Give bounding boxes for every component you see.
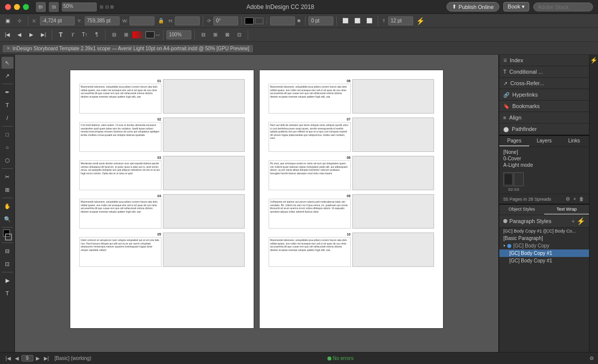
object-styles-tab[interactable]: Object Styles [499, 205, 544, 215]
pages-add-btn[interactable]: + [572, 195, 577, 203]
style-btn2[interactable]: ⊞ [121, 30, 132, 40]
spread-s2s3[interactable]: S2-S3 [503, 172, 524, 192]
toolbar2: |◀ ◀ ▶ ▶| T 𝑇 T↑ ¶ ⊟ ⊞ — ⊟ ⊞ ⊠ ⊡ [0, 28, 598, 42]
right-page-num: 9 [350, 331, 353, 336]
para-styles-new-btn[interactable]: + [572, 217, 575, 225]
minimize-button[interactable] [14, 4, 20, 10]
view-btn4[interactable]: ⊡ [234, 30, 245, 40]
hyperlinks-panel-header[interactable]: 🔗 Hyperlinks [499, 89, 589, 101]
adobe-stock-search[interactable] [533, 2, 593, 11]
page-section-4: 04 Maximende laborsere, solupidebis ipsa… [79, 194, 245, 229]
stroke-color[interactable] [255, 17, 264, 24]
style-item-basic[interactable]: [Basic Paragraph] [499, 235, 589, 242]
conditional-panel-header[interactable]: T Conditional ... [499, 66, 589, 78]
page-section-10: 10 Maximende laborsere, solupidebis ipsa… [269, 233, 434, 267]
text-bold-btn[interactable]: T [55, 30, 66, 40]
angle-input[interactable] [213, 16, 238, 25]
layers-tab[interactable]: Layers [529, 136, 559, 146]
lock-aspect-btn[interactable]: 🔒 [155, 16, 166, 26]
page-none[interactable]: [None] [503, 149, 585, 155]
rect-tool[interactable]: □ [1, 128, 13, 140]
y-value-input[interactable] [85, 16, 120, 25]
style-item-gc-1a[interactable]: [GC] Body Copy #1 [499, 249, 589, 257]
tab-close-btn[interactable]: ✕ [6, 46, 10, 51]
stroke-box[interactable] [5, 234, 12, 241]
text-para-btn[interactable]: ¶ [91, 30, 102, 40]
h-value-input[interactable] [175, 16, 200, 25]
x-value-input[interactable] [40, 16, 75, 25]
preflight-btn[interactable]: ⚙ [590, 356, 594, 361]
quick-apply-btn[interactable]: ⚡ [415, 16, 426, 26]
direct-select-btn[interactable]: ⊹ [14, 16, 25, 26]
fill-color[interactable] [245, 17, 254, 24]
zoom-input[interactable] [166, 30, 191, 39]
fullscreen-button[interactable] [23, 4, 29, 10]
first-btn[interactable]: |◀ [2, 30, 13, 40]
page-a-light[interactable]: A-Light mode [503, 162, 585, 168]
book-button[interactable]: Book ▾ [503, 2, 529, 11]
font-size-input[interactable] [388, 16, 413, 25]
align-right-btn[interactable]: ⬜ [364, 16, 375, 26]
stroke-input[interactable] [270, 16, 295, 25]
first-page-btn[interactable]: |◀ [4, 355, 12, 362]
toolbar1: ▣ ⊹ X: Y: W: 🔒 H: ⟳ ✱ ⬜ ⬜ ⬜ T ⚡ [0, 14, 598, 28]
page-0-cover[interactable]: 0-Cover [503, 155, 585, 162]
polygon-tool[interactable]: ⬡ [1, 154, 13, 166]
bookmarks-panel-header[interactable]: 🔖 Bookmarks [499, 101, 589, 112]
last-page-btn[interactable]: ▶| [42, 355, 51, 362]
line-tool[interactable]: / [1, 112, 13, 124]
media-btn[interactable]: ▶ [1, 274, 13, 286]
direct-select-tool[interactable]: ↗ [1, 70, 13, 82]
publish-online-button[interactable]: ⬆ Publish Online [447, 2, 499, 11]
close-button[interactable] [5, 4, 11, 10]
select-tool[interactable]: ↖ [1, 57, 13, 69]
left-page: 01 Maximende laborsere, solupidebis ipsa… [70, 70, 254, 329]
text-etc-btn[interactable]: T↑ [79, 30, 90, 40]
type-tool[interactable]: T [1, 99, 13, 111]
view-btn1[interactable]: ⊟ [198, 30, 209, 40]
prev-page-btn[interactable]: ◀ [13, 355, 20, 362]
pages-delete-btn[interactable]: 🗑 [578, 195, 585, 203]
align-left-btn[interactable]: ⬜ [340, 16, 351, 26]
zoom-select[interactable]: 50% [62, 2, 97, 11]
pages-settings-btn[interactable]: ⚙ [565, 195, 571, 203]
last-btn[interactable]: ▶| [38, 30, 49, 40]
view-mode-btn[interactable]: ⊟ [1, 245, 13, 257]
right-controls: ⬆ Publish Online Book ▾ [447, 2, 593, 11]
pt-value-input[interactable] [308, 16, 333, 25]
scissors-tool[interactable]: ✂ [1, 171, 13, 183]
note-btn[interactable]: T [1, 287, 13, 299]
toolbar-separator4 [2, 198, 13, 198]
prev-btn[interactable]: ◀ [14, 30, 25, 40]
current-page-input[interactable] [21, 355, 33, 362]
view-btn2[interactable]: ⊞ [210, 30, 221, 40]
align-panel-header[interactable]: ≡ Align [499, 112, 589, 123]
style-item-gc-1b[interactable]: [GC] Body Copy #1 [499, 257, 589, 264]
pathfinder-panel-header[interactable]: ⬤ Pathfinder [499, 123, 589, 135]
screen-mode-btn[interactable]: ⊡ [1, 258, 13, 270]
style-btn1[interactable]: ⊟ [109, 30, 120, 40]
select-tool-btn[interactable]: ▣ [2, 16, 13, 26]
pen-tool[interactable]: ✒ [1, 86, 13, 98]
pages-tab[interactable]: Pages [499, 136, 529, 146]
ellipse-tool[interactable]: ○ [1, 141, 13, 153]
view-btn3[interactable]: ⊠ [222, 30, 233, 40]
free-transform-tool[interactable]: ⊞ [1, 184, 13, 196]
zoom-tool[interactable]: 🔍 [1, 213, 13, 225]
crossref-panel-header[interactable]: ↗ Cross-Refer... [499, 78, 589, 89]
next-page-btn[interactable]: ▶ [34, 355, 41, 362]
w-value-input[interactable] [130, 16, 154, 25]
style-group-gc[interactable]: ▾ [GC] Body Copy [499, 242, 589, 249]
index-panel-header[interactable]: ≡ Index [499, 55, 589, 66]
text-wrap-tab[interactable]: Text Wrap [544, 205, 589, 215]
hand-tool[interactable]: ✋ [1, 200, 13, 212]
next-btn[interactable]: ▶ [26, 30, 37, 40]
para-styles-lightning-btn[interactable]: ⚡ [577, 217, 585, 225]
style-item-gc-header[interactable]: [GC] Body Copy #1 ([CC] Body Co... [499, 228, 589, 235]
links-tab[interactable]: Links [559, 136, 589, 146]
align-center-btn[interactable]: ⬜ [352, 16, 363, 26]
document-tab[interactable]: ✕ InDesign Storyboard Template 2.39x1 sc… [2, 44, 254, 52]
stroke-swatch [146, 31, 154, 38]
lightning-top-btn[interactable]: ⚡ [590, 57, 598, 64]
text-italic-btn[interactable]: 𝑇 [67, 30, 78, 40]
